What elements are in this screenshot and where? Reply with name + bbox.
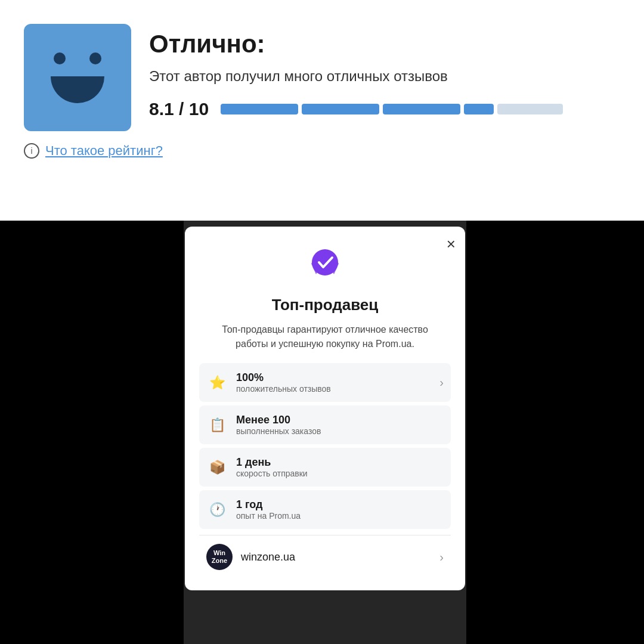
bar-segment-3 — [383, 104, 460, 114]
info-icon: i — [24, 143, 39, 159]
modal-item-experience-left: 🕐 1 год опыт на Prom.ua — [206, 499, 301, 521]
reviews-label: положительных отзывов — [236, 384, 331, 394]
orders-value: Менее 100 — [236, 414, 321, 426]
modal-item-shipping: 📦 1 день скорость отправки — [199, 448, 451, 487]
rating-info-link[interactable]: Что такое рейтинг? — [45, 143, 163, 159]
smiley-eyes — [54, 52, 101, 64]
rating-subtitle: Этот автор получил много отличных отзыво… — [149, 68, 563, 85]
svg-point-2 — [312, 249, 338, 275]
rating-bar — [221, 104, 563, 114]
smiley-eye-right — [89, 52, 101, 64]
rating-score: 8.1 / 10 — [149, 99, 209, 119]
modal-item-shipping-left: 📦 1 день скорость отправки — [206, 456, 308, 478]
shipping-icon: 📦 — [206, 457, 228, 478]
black-overlay-left — [0, 221, 184, 644]
modal-item-shipping-text: 1 день скорость отправки — [236, 456, 308, 478]
modal-item-orders-left: 📋 Менее 100 выполненных заказов — [206, 414, 321, 436]
rating-score-row: 8.1 / 10 — [149, 99, 563, 119]
modal-item-orders-text: Менее 100 выполненных заказов — [236, 414, 321, 436]
clock-icon: 🕐 — [206, 499, 228, 521]
rating-content: Отлично: Этот автор получил много отличн… — [149, 24, 563, 119]
seller-info: WinZone winzone.ua — [206, 544, 295, 570]
rating-header: Отлично: Этот автор получил много отличн… — [24, 24, 620, 131]
smiley-eye-left — [54, 52, 66, 64]
info-link-row[interactable]: i Что такое рейтинг? — [24, 143, 620, 159]
smiley-avatar — [24, 24, 131, 131]
seller-chevron-icon: › — [439, 550, 444, 564]
seller-name: winzone.ua — [241, 551, 295, 564]
modal-seller-row[interactable]: WinZone winzone.ua › — [199, 535, 451, 578]
modal-item-experience-text: 1 год опыт на Prom.ua — [236, 499, 301, 521]
bar-segment-5 — [497, 104, 563, 114]
chevron-right-icon: › — [439, 376, 444, 389]
shipping-label: скорость отправки — [236, 469, 308, 478]
modal-item-reviews-left: ⭐ 100% положительных отзывов — [206, 371, 331, 394]
orders-icon: 📋 — [206, 414, 228, 436]
modal-title: Топ-продавец — [199, 296, 451, 314]
top-seller-badge-svg — [304, 244, 346, 286]
orders-label: выполненных заказов — [236, 426, 321, 436]
bar-segment-1 — [221, 104, 298, 114]
experience-value: 1 год — [236, 499, 301, 511]
experience-label: опыт на Prom.ua — [236, 511, 301, 521]
modal-item-orders: 📋 Менее 100 выполненных заказов — [199, 405, 451, 444]
modal-items-list: ⭐ 100% положительных отзывов › 📋 Менее 1… — [199, 363, 451, 532]
top-section: Отлично: Этот автор получил много отличн… — [0, 0, 644, 177]
top-seller-modal: × Топ-продавец Топ-продавцы гарантируют … — [185, 227, 465, 590]
star-icon: ⭐ — [206, 372, 228, 394]
rating-title: Отлично: — [149, 30, 563, 58]
seller-logo: WinZone — [206, 544, 233, 570]
shipping-value: 1 день — [236, 456, 308, 469]
modal-description: Топ-продавцы гарантируют отличное качест… — [199, 323, 451, 351]
modal-item-experience: 🕐 1 год опыт на Prom.ua — [199, 490, 451, 529]
bar-segment-4 — [464, 104, 494, 114]
modal-badge-icon — [199, 244, 451, 286]
bar-segment-2 — [302, 104, 379, 114]
modal-item-reviews[interactable]: ⭐ 100% положительных отзывов › — [199, 363, 451, 402]
modal-close-button[interactable]: × — [447, 236, 456, 252]
modal-item-reviews-text: 100% положительных отзывов — [236, 371, 331, 394]
black-overlay-right — [466, 221, 644, 644]
smiley-mouth — [51, 76, 104, 103]
reviews-value: 100% — [236, 371, 331, 384]
